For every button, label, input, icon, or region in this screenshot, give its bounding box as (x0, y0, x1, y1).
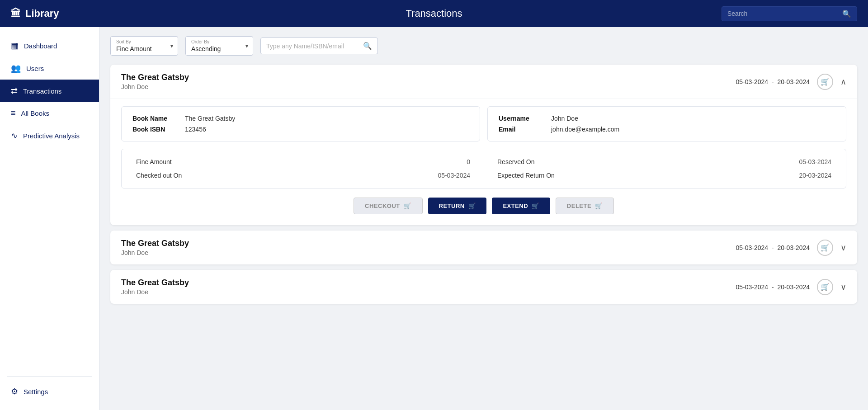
user-name-3: John Doe (121, 288, 189, 296)
transaction-info-1: The Great Gatsby John Doe (121, 73, 189, 90)
return-button[interactable]: RETURN 🛒 (428, 198, 487, 214)
book-name-label: Book Name (132, 115, 178, 122)
transaction-header-2[interactable]: The Great Gatsby John Doe 05-03-2024 - 2… (110, 231, 857, 264)
sort-by-label: Sort By (116, 39, 163, 44)
sort-by-chevron-icon: ▾ (170, 43, 173, 49)
order-by-value: Ascending (191, 45, 221, 52)
reserved-on-value: 05-03-2024 (799, 158, 831, 165)
date-range-1: 05-03-2024 - 20-03-2024 (736, 78, 810, 85)
book-isbn-label: Book ISBN (132, 126, 178, 133)
expand-button-3[interactable]: ∨ (840, 282, 846, 292)
checked-out-on-value: 05-03-2024 (438, 172, 470, 179)
expected-return-value: 20-03-2024 (799, 172, 831, 179)
toolbar: Sort By Fine Amount ▾ Order By Ascending… (110, 36, 857, 56)
sidebar-item-label: Predictive Analysis (23, 132, 80, 140)
book-isbn-value: 123456 (185, 126, 206, 133)
order-by-label: Order By (191, 39, 238, 44)
expected-return-label: Expected Return On (497, 172, 555, 179)
book-title-1: The Great Gatsby (121, 73, 189, 82)
cart-icon-1: 🛒 (817, 74, 833, 90)
filter-search[interactable]: 🔍 (260, 38, 378, 54)
collapse-button-1[interactable]: ∧ (840, 77, 846, 87)
reserved-on-row: Reserved On 05-03-2024 (497, 158, 831, 165)
transaction-card-1: The Great Gatsby John Doe 05-03-2024 - 2… (110, 65, 857, 225)
search-input[interactable] (727, 10, 839, 17)
dashboard-icon: ▦ (11, 41, 19, 51)
username-label: Username (499, 115, 544, 122)
extend-button[interactable]: EXTEND 🛒 (492, 198, 550, 214)
header: 🏛 Library Transactions 🔍 (0, 0, 868, 27)
book-name-row: Book Name The Great Gatsby (132, 115, 469, 122)
all-books-icon: ≡ (11, 108, 16, 118)
transaction-header-3[interactable]: The Great Gatsby John Doe 05-03-2024 - 2… (110, 270, 857, 304)
username-row: Username John Doe (499, 115, 835, 122)
sidebar-item-dashboard[interactable]: ▦ Dashboard (0, 34, 99, 57)
transaction-header-1[interactable]: The Great Gatsby John Doe 05-03-2024 - 2… (110, 65, 857, 99)
main-content: Sort By Fine Amount ▾ Order By Ascending… (99, 27, 868, 318)
checkout-button[interactable]: CHECKOUT 🛒 (354, 198, 422, 214)
cart-icon-2: 🛒 (817, 240, 833, 256)
order-by-chevron-icon: ▾ (245, 43, 248, 49)
book-isbn-row: Book ISBN 123456 (132, 126, 469, 133)
date-range-3: 05-03-2024 - 20-03-2024 (736, 283, 810, 291)
sidebar-item-label: Transactions (23, 87, 61, 95)
transaction-card-3: The Great Gatsby John Doe 05-03-2024 - 2… (110, 270, 857, 304)
cart-icon-3: 🛒 (817, 279, 833, 295)
search-box[interactable]: 🔍 (722, 6, 857, 21)
fine-amount-row: Fine Amount 0 (136, 158, 470, 165)
details-grid-1: Book Name The Great Gatsby Book ISBN 123… (121, 106, 846, 141)
users-icon: 👥 (11, 63, 21, 73)
transaction-dates-1: 05-03-2024 - 20-03-2024 🛒 ∧ (736, 74, 846, 90)
order-by-select[interactable]: Order By Ascending ▾ (185, 36, 253, 56)
transaction-info-2: The Great Gatsby John Doe (121, 239, 189, 256)
sidebar-item-label: Dashboard (24, 42, 57, 50)
username-value: John Doe (551, 115, 578, 122)
user-info-box: Username John Doe Email john.doe@example… (487, 106, 846, 141)
sidebar-item-label: All Books (21, 109, 50, 117)
header-search-area: 🔍 (646, 6, 857, 21)
sort-by-value: Fine Amount (116, 45, 152, 52)
delete-button[interactable]: DELETE 🛒 (556, 198, 614, 214)
fine-amount-value: 0 (467, 158, 470, 165)
logo: 🏛 Library (11, 8, 222, 19)
predictive-analysis-icon: ∿ (11, 131, 18, 141)
transaction-dates-2: 05-03-2024 - 20-03-2024 🛒 ∨ (736, 240, 846, 256)
expand-button-2[interactable]: ∨ (840, 243, 846, 253)
email-label: Email (499, 126, 544, 133)
checked-out-on-label: Checked out On (136, 172, 182, 179)
sort-by-select[interactable]: Sort By Fine Amount ▾ (110, 36, 178, 56)
fine-info-box: Fine Amount 0 Reserved On 05-03-2024 Che… (121, 149, 846, 189)
book-name-value: The Great Gatsby (185, 115, 235, 122)
email-value: john.doe@example.com (551, 126, 619, 133)
sidebar-item-label: Users (26, 65, 44, 72)
email-row: Email john.doe@example.com (499, 126, 835, 133)
search-icon: 🔍 (842, 9, 851, 18)
filter-search-icon: 🔍 (363, 42, 372, 50)
expected-return-row: Expected Return On 20-03-2024 (497, 172, 831, 179)
page-title: Transactions (222, 8, 646, 19)
book-info-box: Book Name The Great Gatsby Book ISBN 123… (121, 106, 480, 141)
date-range-2: 05-03-2024 - 20-03-2024 (736, 244, 810, 251)
sidebar-item-all-books[interactable]: ≡ All Books (0, 102, 99, 124)
sidebar-item-users[interactable]: 👥 Users (0, 57, 99, 80)
logo-text: Library (25, 8, 59, 19)
sidebar: ▦ Dashboard 👥 Users ⇄ Transactions ≡ All… (0, 27, 99, 318)
transaction-dates-3: 05-03-2024 - 20-03-2024 🛒 ∨ (736, 279, 846, 295)
transaction-info-3: The Great Gatsby John Doe (121, 278, 189, 296)
book-title-2: The Great Gatsby (121, 239, 189, 248)
transactions-icon: ⇄ (11, 86, 18, 96)
fine-amount-label: Fine Amount (136, 158, 172, 165)
reserved-on-label: Reserved On (497, 158, 534, 165)
transaction-details-1: Book Name The Great Gatsby Book ISBN 123… (110, 99, 857, 225)
checked-out-on-row: Checked out On 05-03-2024 (136, 172, 470, 179)
user-name-2: John Doe (121, 249, 189, 256)
sidebar-item-predictive-analysis[interactable]: ∿ Predictive Analysis (0, 124, 99, 147)
logo-icon: 🏛 (11, 8, 21, 19)
sidebar-item-transactions[interactable]: ⇄ Transactions (0, 80, 99, 102)
book-title-3: The Great Gatsby (121, 278, 189, 287)
user-name-1: John Doe (121, 83, 189, 90)
action-buttons-1: CHECKOUT 🛒 RETURN 🛒 EXTEND 🛒 DELETE 🛒 (121, 198, 846, 214)
transaction-card-2: The Great Gatsby John Doe 05-03-2024 - 2… (110, 231, 857, 264)
filter-input[interactable] (266, 42, 359, 50)
